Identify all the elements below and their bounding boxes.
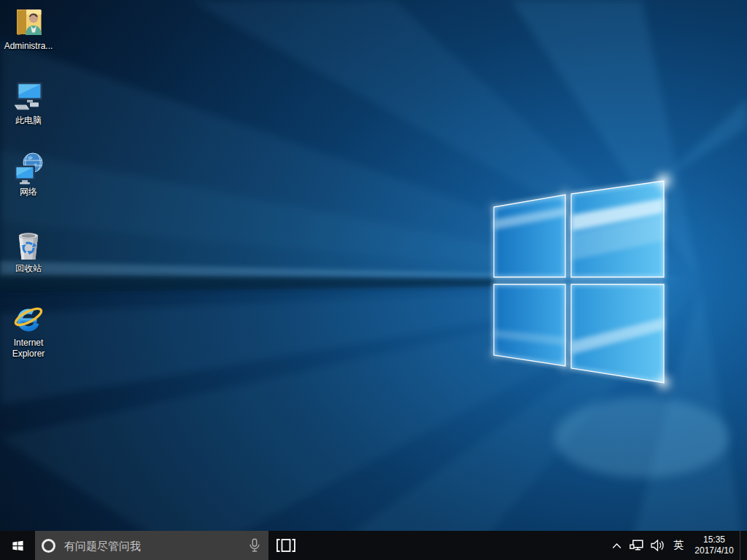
desktop-icon-label: 回收站 — [0, 263, 57, 274]
search-input[interactable] — [63, 539, 248, 553]
desktop-icon-label: 网络 — [0, 187, 57, 198]
user-folder-icon — [11, 4, 46, 39]
desktop-icon-label: 此电脑 — [0, 115, 57, 126]
start-button[interactable] — [0, 531, 35, 560]
volume-tray-button[interactable] — [646, 531, 668, 560]
cortana-search-box[interactable] — [35, 531, 268, 560]
show-hidden-icons-button[interactable] — [607, 531, 626, 560]
show-desktop-button[interactable] — [740, 531, 747, 560]
speaker-icon — [651, 540, 665, 551]
this-pc-icon — [11, 79, 46, 114]
desktop-icon-label: Administra... — [0, 41, 57, 52]
desktop-icon-administrator[interactable]: Administra... — [0, 4, 57, 52]
windows-10-desktop: Administra... 此电脑 网络 — [0, 0, 747, 560]
task-view-icon — [276, 539, 295, 552]
system-tray: 英 15:35 2017/4/10 — [607, 531, 747, 560]
recycle-bin-icon — [11, 227, 46, 262]
ethernet-network-icon — [630, 540, 643, 552]
clock[interactable]: 15:35 2017/4/10 — [689, 531, 740, 560]
task-view-button[interactable] — [268, 531, 303, 560]
desktop-icon-recycle-bin[interactable]: 回收站 — [0, 227, 57, 274]
network-tray-button[interactable] — [626, 531, 646, 560]
network-icon — [11, 150, 46, 185]
internet-explorer-icon — [11, 301, 46, 336]
desktop-icon-network[interactable]: 网络 — [0, 150, 57, 198]
cortana-ring-icon — [42, 539, 55, 553]
microphone-icon[interactable] — [248, 538, 261, 553]
desktop-icon-internet-explorer[interactable]: Internet Explorer — [0, 301, 57, 359]
taskbar: 英 15:35 2017/4/10 — [0, 531, 747, 560]
taskbar-empty-area — [303, 531, 607, 560]
clock-time: 15:35 — [703, 534, 725, 545]
chevron-up-icon — [612, 542, 622, 549]
windows-logo-icon — [12, 540, 24, 552]
desktop-icon-this-pc[interactable]: 此电脑 — [0, 79, 57, 126]
language-indicator[interactable]: 英 — [668, 531, 689, 560]
clock-date: 2017/4/10 — [694, 545, 733, 556]
wallpaper-windows-hero — [0, 0, 747, 560]
desktop-icon-label: Internet Explorer — [0, 338, 57, 359]
